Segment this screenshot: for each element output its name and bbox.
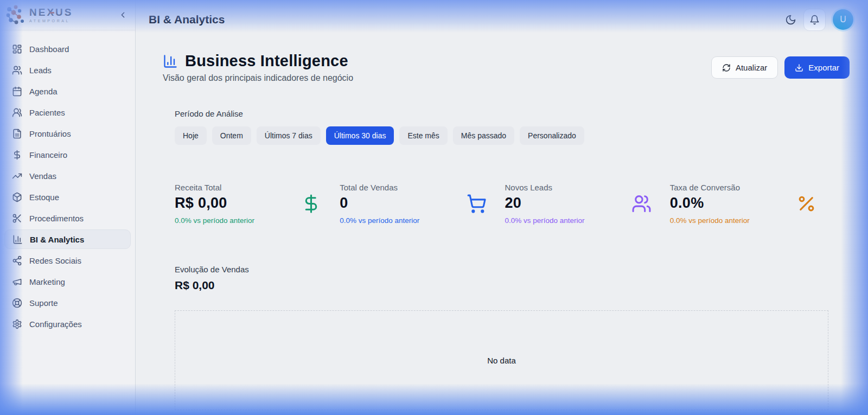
sidebar-item-label: Configurações [29,320,82,329]
refresh-icon [722,63,731,72]
sidebar-item-agenda[interactable]: Agenda [4,81,131,101]
kpi-card-total-de-vendas: Total de Vendas 0 0.0% vs período anteri… [340,183,498,225]
sidebar-item-estoque[interactable]: Estoque [4,187,131,207]
document-icon [12,129,22,139]
dollar-icon [12,150,22,160]
sidebar-item-bi-analytics[interactable]: BI & Analytics [4,229,131,249]
dashboard-icon [12,44,22,54]
kpi-text: Receita Total R$ 0,00 0.0% vs período an… [175,183,254,225]
topbar-actions: U [785,9,853,31]
user-avatar[interactable]: U [833,9,853,30]
dark-mode-toggle[interactable] [785,14,796,25]
period-options: Hoje Ontem Últimos 7 dias Últimos 30 dia… [175,126,828,145]
sidebar-item-procedimentos[interactable]: Procedimentos [4,208,131,228]
page-header: Business Intelligence Visão geral dos pr… [163,52,850,83]
kpi-label: Total de Vendas [340,183,419,192]
patients-icon [12,107,22,118]
brand-tagline: ATEMPORAL [29,19,73,23]
page-content: Business Intelligence Visão geral dos pr… [136,39,868,415]
sidebar: NEXUS ATEMPORAL Dashboard Leads Agenda [0,0,136,415]
kpi-text: Novos Leads 20 0.0% vs período anterior [505,183,585,225]
trending-up-icon [12,171,22,181]
kpi-card-novos-leads: Novos Leads 20 0.0% vs período anterior [505,183,663,225]
kpi-value: 0.0% [670,195,750,212]
users-icon [12,65,22,75]
sidebar-item-suporte[interactable]: Suporte [4,293,131,312]
bar-chart-icon [12,234,23,245]
sidebar-item-configuracoes[interactable]: Configurações [4,314,131,334]
main-area: BI & Analytics U [136,0,868,415]
period-section: Período de Análise Hoje Ontem Últimos 7 … [175,109,828,145]
gear-icon [12,319,22,329]
period-option-ontem[interactable]: Ontem [212,126,251,145]
period-option-ultimos-7-dias[interactable]: Últimos 7 dias [257,126,321,145]
sales-chart-value: R$ 0,00 [175,279,828,292]
sidebar-item-label: Marketing [29,277,65,286]
avatar-initial: U [840,15,846,24]
sidebar-item-label: Estoque [29,193,59,202]
sidebar-header: NEXUS ATEMPORAL [0,0,135,30]
dollar-icon [301,194,321,214]
export-label: Exportar [808,63,839,72]
brand-name: NEXUS [29,7,73,18]
period-option-mes-passado[interactable]: Mês passado [453,126,514,145]
period-label: Período de Análise [175,109,828,118]
chevron-left-icon [118,10,127,20]
kpi-delta: 0.0% vs período anterior [340,216,419,225]
sidebar-nav: Dashboard Leads Agenda Pacientes Prontuá… [0,30,135,342]
sidebar-item-redes-sociais[interactable]: Redes Sociais [4,251,131,270]
calendar-icon [12,86,22,97]
bell-icon [809,15,820,25]
scissors-icon [12,213,22,224]
sidebar-item-vendas[interactable]: Vendas [4,166,131,186]
refresh-button[interactable]: Atualizar [711,56,778,79]
period-option-hoje[interactable]: Hoje [175,126,207,145]
period-option-ultimos-30-dias[interactable]: Últimos 30 dias [326,126,394,145]
brand-text: NEXUS ATEMPORAL [29,7,73,23]
sidebar-item-label: Procedimentos [29,214,84,223]
kpi-text: Taxa de Conversão 0.0% 0.0% vs período a… [670,183,750,225]
share-icon [12,256,22,266]
kpi-delta: 0.0% vs período anterior [175,216,254,225]
sidebar-item-label: Agenda [29,87,58,96]
percent-icon [796,194,816,214]
no-data-message: No data [487,356,516,365]
kpi-value: 0 [340,195,419,212]
kpi-label: Receita Total [175,183,254,192]
sidebar-item-label: Vendas [29,171,56,181]
notifications-button[interactable] [803,9,826,31]
moon-icon [785,14,796,25]
kpi-label: Taxa de Conversão [670,183,750,192]
sidebar-item-prontuarios[interactable]: Prontuários [4,124,131,143]
refresh-label: Atualizar [736,63,767,72]
kpi-row: Receita Total R$ 0,00 0.0% vs período an… [175,183,828,225]
app-window: NEXUS ATEMPORAL Dashboard Leads Agenda [0,0,868,415]
users-icon [631,194,652,214]
topbar: BI & Analytics U [136,0,868,39]
lifebuoy-icon [12,298,22,308]
kpi-delta: 0.0% vs período anterior [505,216,585,225]
topbar-title: BI & Analytics [149,13,225,26]
sidebar-item-label: Leads [29,66,52,75]
brand-logo: NEXUS ATEMPORAL [4,4,73,26]
nexus-logo-icon [4,4,26,26]
sidebar-item-label: Suporte [29,298,58,308]
kpi-value: R$ 0,00 [175,195,254,212]
sidebar-collapse-button[interactable] [118,10,127,20]
kpi-value: 20 [505,195,585,212]
sidebar-item-dashboard[interactable]: Dashboard [4,39,131,59]
period-option-este-mes[interactable]: Este mês [399,126,447,145]
sales-evolution-section: Evolução de Vendas R$ 0,00 No data [175,265,828,410]
bar-chart-icon [163,54,178,69]
sidebar-item-pacientes[interactable]: Pacientes [4,103,131,122]
page-subtitle: Visão geral dos principais indicadores d… [163,73,353,83]
sidebar-item-marketing[interactable]: Marketing [4,272,131,291]
kpi-card-taxa-de-conversao: Taxa de Conversão 0.0% 0.0% vs período a… [670,183,828,225]
sidebar-item-leads[interactable]: Leads [4,60,131,80]
export-button[interactable]: Exportar [784,56,850,79]
sidebar-item-financeiro[interactable]: Financeiro [4,145,131,164]
kpi-card-receita-total: Receita Total R$ 0,00 0.0% vs período an… [175,183,333,225]
page-title: Business Intelligence [185,52,348,70]
kpi-label: Novos Leads [505,183,585,192]
period-option-personalizado[interactable]: Personalizado [520,126,584,145]
